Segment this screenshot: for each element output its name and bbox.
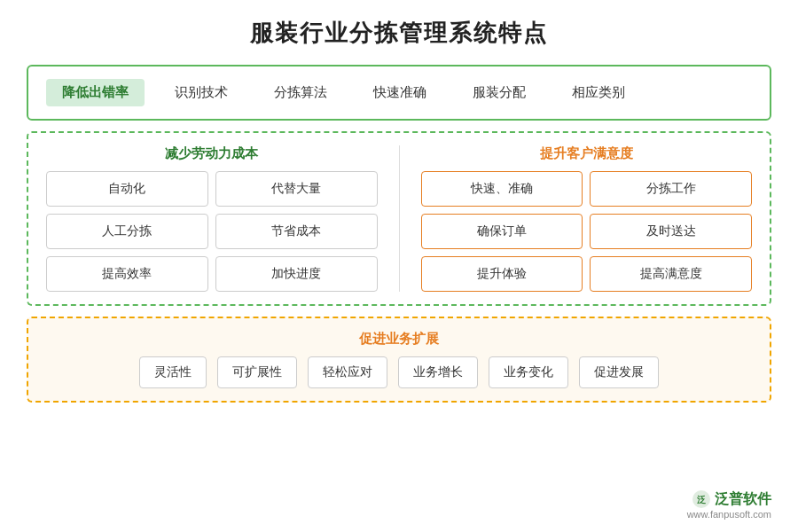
expansion-tags-row: 灵活性可扩展性轻松应对业务增长业务变化促进发展 bbox=[46, 356, 752, 388]
tags-row: 降低出错率识别技术分拣算法快速准确服装分配相应类别 bbox=[46, 79, 752, 106]
watermark-logo: 泛 泛普软件 bbox=[692, 489, 771, 509]
section-labor-satisfaction: 减少劳动力成本 自动化代替大量人工分拣节省成本提高效率加快进度 提升客户满意度 … bbox=[27, 131, 771, 306]
col-labor-title: 减少劳动力成本 bbox=[46, 145, 378, 162]
labor-grid: 自动化代替大量人工分拣节省成本提高效率加快进度 bbox=[46, 171, 378, 292]
page-title: 服装行业分拣管理系统特点 bbox=[250, 18, 548, 49]
tag-item: 服装分配 bbox=[457, 79, 542, 106]
labor-cell: 人工分拣 bbox=[46, 214, 208, 249]
satisfaction-cell: 提高满意度 bbox=[590, 256, 752, 292]
expansion-tag: 灵活性 bbox=[139, 356, 207, 388]
col-satisfaction: 提升客户满意度 快速、准确分拣工作确保订单及时送达提升体验提高满意度 bbox=[421, 145, 753, 292]
expansion-tag: 轻松应对 bbox=[308, 356, 387, 388]
expansion-tag: 业务变化 bbox=[489, 356, 568, 388]
satisfaction-cell: 快速、准确 bbox=[421, 171, 583, 207]
expansion-tag: 可扩展性 bbox=[217, 356, 297, 388]
expansion-tag: 促进发展 bbox=[579, 356, 659, 388]
brand-icon: 泛 bbox=[692, 489, 711, 509]
labor-cell: 节省成本 bbox=[215, 214, 378, 249]
tag-item: 识别技术 bbox=[159, 79, 244, 106]
expansion-tag: 业务增长 bbox=[398, 356, 478, 388]
labor-cell: 代替大量 bbox=[215, 171, 378, 207]
labor-cell: 提高效率 bbox=[46, 256, 208, 292]
tag-item: 分拣算法 bbox=[258, 79, 343, 106]
satisfaction-cell: 提升体验 bbox=[421, 256, 583, 292]
brand-url: www.fanpusoft.com bbox=[687, 509, 771, 520]
tag-item: 相应类别 bbox=[556, 79, 641, 106]
brand-name: 泛普软件 bbox=[715, 490, 771, 509]
col-labor-cost: 减少劳动力成本 自动化代替大量人工分拣节省成本提高效率加快进度 bbox=[46, 145, 378, 292]
labor-cell: 自动化 bbox=[46, 171, 208, 207]
section3-title: 促进业务扩展 bbox=[46, 331, 752, 348]
col-satisfaction-title: 提升客户满意度 bbox=[421, 145, 753, 162]
satisfaction-cell: 分拣工作 bbox=[590, 171, 752, 207]
satisfaction-cell: 确保订单 bbox=[421, 214, 583, 249]
labor-cell: 加快进度 bbox=[215, 256, 378, 292]
section-business-expansion: 促进业务扩展 灵活性可扩展性轻松应对业务增长业务变化促进发展 bbox=[27, 317, 771, 403]
satisfaction-cell: 及时送达 bbox=[590, 214, 752, 249]
section-reduce-errors: 降低出错率识别技术分拣算法快速准确服装分配相应类别 bbox=[27, 65, 771, 121]
tag-item: 降低出错率 bbox=[46, 79, 145, 106]
tag-item: 快速准确 bbox=[357, 79, 442, 106]
watermark: 泛 泛普软件 www.fanpusoft.com bbox=[687, 489, 771, 520]
svg-text:泛: 泛 bbox=[697, 495, 707, 505]
satisfaction-grid: 快速、准确分拣工作确保订单及时送达提升体验提高满意度 bbox=[421, 171, 753, 292]
